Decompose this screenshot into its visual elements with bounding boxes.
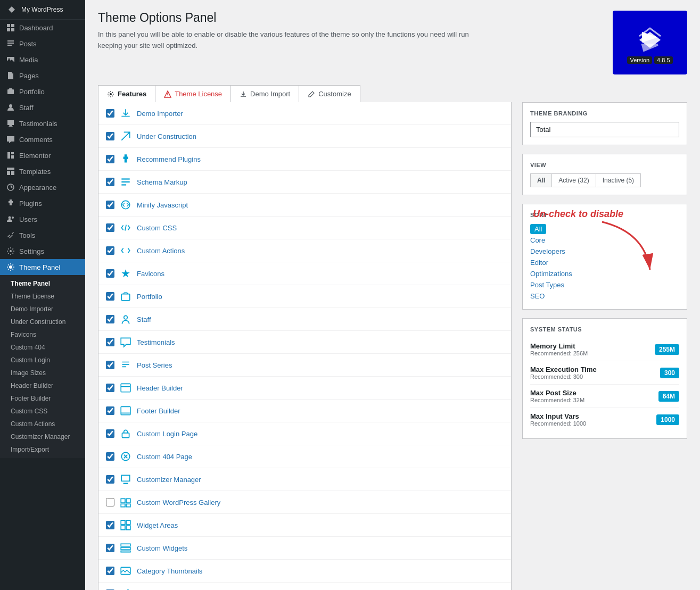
feature-checkbox-1[interactable]	[106, 132, 114, 140]
feature-checkbox-13[interactable]	[106, 406, 114, 415]
submenu-item-header-builder[interactable]: Header Builder	[0, 379, 85, 392]
feature-checkbox-6[interactable]	[106, 246, 114, 255]
branding-input[interactable]	[530, 122, 679, 137]
tab-features[interactable]: Features	[98, 85, 155, 102]
sort-item-4[interactable]: Optimizations	[530, 268, 679, 279]
sort-item-1[interactable]: Core	[530, 235, 679, 246]
feature-checkbox-9[interactable]	[106, 315, 114, 323]
feature-checkbox-3[interactable]	[106, 178, 114, 186]
submenu-item-customizer-manager[interactable]: Customizer Manager	[0, 430, 85, 443]
view-button-2[interactable]: Inactive (5)	[596, 173, 641, 187]
feature-row: Custom 404 Page	[98, 445, 511, 468]
sidebar-item-plugins[interactable]: Plugins	[0, 195, 85, 211]
sort-link-4[interactable]: Optimizations	[530, 270, 572, 278]
view-button-1[interactable]: Active (32)	[552, 173, 596, 187]
feature-name-7[interactable]: Favicons	[137, 270, 164, 278]
sidebar-item-media[interactable]: Media	[0, 52, 85, 68]
tab-demo-import[interactable]: Demo Import	[231, 85, 299, 102]
feature-name-20[interactable]: Category Thumbnails	[137, 567, 202, 575]
sidebar-item-pages[interactable]: Pages	[0, 68, 85, 84]
feature-name-0[interactable]: Demo Importer	[137, 110, 183, 118]
feature-checkbox-0[interactable]	[106, 109, 114, 118]
svg-rect-4	[11, 28, 14, 31]
feature-name-10[interactable]: Testimonials	[137, 338, 175, 346]
view-button-0[interactable]: All	[530, 173, 552, 187]
site-name: My WordPress	[21, 6, 63, 13]
feature-name-3[interactable]: Schema Markup	[137, 178, 187, 186]
sort-link-6[interactable]: SEO	[530, 292, 545, 300]
sidebar-item-settings[interactable]: Settings	[0, 243, 85, 259]
feature-checkbox-11[interactable]	[106, 361, 114, 369]
site-logo[interactable]: My WordPress	[0, 0, 85, 20]
sort-item-5[interactable]: Post Types	[530, 279, 679, 290]
submenu-item-under-construction[interactable]: Under Construction	[0, 315, 85, 328]
submenu-item-custom-css[interactable]: Custom CSS	[0, 405, 85, 418]
feature-checkbox-8[interactable]	[106, 292, 114, 301]
submenu-item-custom-404[interactable]: Custom 404	[0, 341, 85, 354]
submenu-item-image-sizes[interactable]: Image Sizes	[0, 367, 85, 379]
sidebar-item-dashboard[interactable]: Dashboard	[0, 20, 85, 36]
feature-name-17[interactable]: Custom WordPress Gallery	[137, 498, 220, 506]
feature-checkbox-17[interactable]	[106, 498, 114, 506]
tab-theme-license[interactable]: Theme License	[155, 85, 231, 102]
sidebar-item-elementor[interactable]: Elementor	[0, 147, 85, 163]
feature-name-11[interactable]: Post Series	[137, 361, 172, 369]
sidebar-item-tools[interactable]: Tools	[0, 227, 85, 243]
sidebar-item-appearance[interactable]: Appearance	[0, 179, 85, 195]
feature-checkbox-20[interactable]	[106, 567, 114, 575]
sort-link-2[interactable]: Developers	[530, 247, 565, 255]
submenu-item-demo-importer[interactable]: Demo Importer	[0, 303, 85, 315]
feature-checkbox-14[interactable]	[106, 429, 114, 438]
submenu-item-theme-license[interactable]: Theme License	[0, 290, 85, 303]
feature-checkbox-18[interactable]	[106, 521, 114, 529]
submenu-item-custom-login[interactable]: Custom Login	[0, 354, 85, 367]
submenu-item-favicons[interactable]: Favicons	[0, 328, 85, 341]
feature-name-13[interactable]: Footer Builder	[137, 407, 180, 415]
sort-item-6[interactable]: SEO	[530, 290, 679, 302]
feature-row: Custom Widgets	[98, 537, 511, 560]
feature-name-2[interactable]: Recommend Plugins	[137, 155, 201, 163]
feature-name-12[interactable]: Header Builder	[137, 384, 183, 392]
feature-name-8[interactable]: Portfolio	[137, 293, 162, 301]
sidebar-item-portfolio[interactable]: Portfolio	[0, 84, 85, 99]
sidebar-item-templates[interactable]: Templates	[0, 163, 85, 179]
feature-checkbox-7[interactable]	[106, 269, 114, 278]
sort-item-0[interactable]: All	[530, 223, 679, 235]
sidebar-item-users[interactable]: Users	[0, 211, 85, 227]
sidebar-item-staff[interactable]: Staff	[0, 99, 85, 115]
tab-customize[interactable]: Customize	[299, 85, 360, 102]
feature-checkbox-16[interactable]	[106, 475, 114, 484]
feature-name-14[interactable]: Custom Login Page	[137, 430, 197, 438]
feature-name-19[interactable]: Custom Widgets	[137, 544, 187, 552]
sort-link-5[interactable]: Post Types	[530, 281, 564, 289]
sort-item-3[interactable]: Editor	[530, 257, 679, 268]
submenu-item-custom-actions[interactable]: Custom Actions	[0, 418, 85, 430]
sidebar-item-testimonials[interactable]: Testimonials	[0, 115, 85, 131]
feature-name-5[interactable]: Custom CSS	[137, 224, 177, 232]
sidebar-item-theme-panel[interactable]: Theme Panel	[0, 259, 85, 275]
submenu-item-footer-builder[interactable]: Footer Builder	[0, 392, 85, 405]
feature-name-4[interactable]: Minify Javascript	[137, 201, 188, 209]
submenu-item-import-export[interactable]: Import/Export	[0, 443, 85, 456]
feature-checkbox-5[interactable]	[106, 223, 114, 232]
feature-checkbox-2[interactable]	[106, 155, 114, 163]
sort-link-0[interactable]: All	[530, 224, 546, 234]
feature-checkbox-4[interactable]	[106, 201, 114, 209]
feature-checkbox-15[interactable]	[106, 452, 114, 461]
sidebar-item-posts[interactable]: Posts	[0, 36, 85, 52]
feature-name-9[interactable]: Staff	[137, 315, 151, 323]
feature-checkbox-19[interactable]	[106, 544, 114, 552]
feature-name-15[interactable]: Custom 404 Page	[137, 453, 192, 461]
submenu-item-theme-panel[interactable]: Theme Panel	[0, 277, 85, 290]
sort-item-2[interactable]: Developers	[530, 246, 679, 257]
feature-name-18[interactable]: Widget Areas	[137, 521, 178, 529]
feature-name-6[interactable]: Custom Actions	[137, 247, 185, 255]
sort-link-3[interactable]: Editor	[530, 259, 548, 267]
feature-checkbox-12[interactable]	[106, 384, 114, 392]
feature-checkbox-10[interactable]	[106, 338, 114, 346]
feature-name-16[interactable]: Customizer Manager	[137, 476, 201, 484]
sidebar-item-comments[interactable]: Comments	[0, 131, 85, 147]
sort-link-1[interactable]: Core	[530, 236, 545, 244]
feature-name-1[interactable]: Under Construction	[137, 132, 196, 140]
status-label-1: Max Execution Time	[530, 365, 597, 373]
